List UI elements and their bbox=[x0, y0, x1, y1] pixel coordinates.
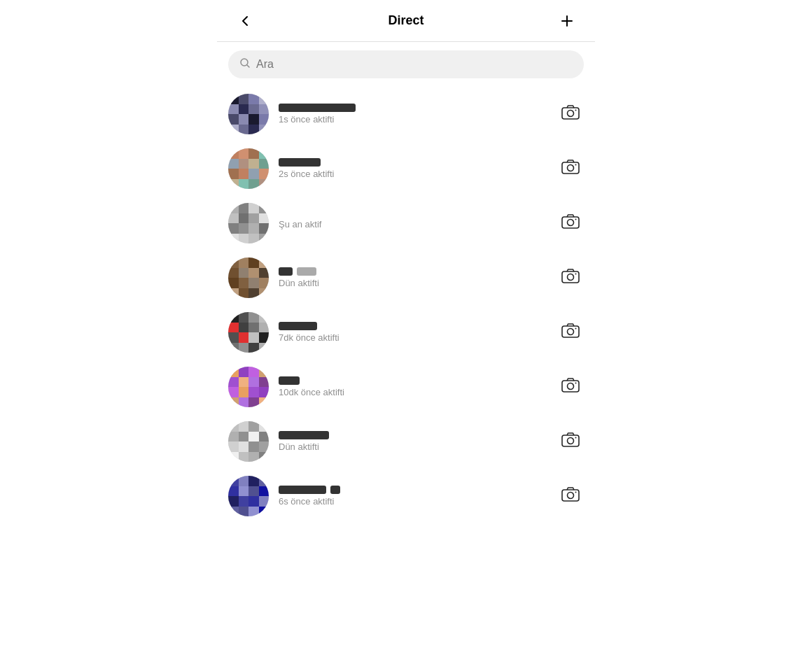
svg-point-23 bbox=[568, 493, 574, 499]
svg-point-6 bbox=[575, 164, 577, 166]
username-row bbox=[279, 104, 547, 112]
avatar bbox=[228, 257, 269, 298]
conversation-info: 6s önce aktifti bbox=[279, 486, 547, 507]
conversation-info: Şu an aktif bbox=[279, 217, 547, 229]
list-item[interactable]: 6s önce aktifti bbox=[217, 469, 595, 523]
camera-button[interactable] bbox=[557, 317, 584, 348]
status-text: 2s önce aktifti bbox=[279, 169, 547, 179]
search-icon bbox=[239, 57, 251, 71]
camera-button[interactable] bbox=[557, 481, 584, 511]
svg-rect-22 bbox=[562, 490, 579, 501]
username-blurred bbox=[279, 158, 321, 167]
svg-point-21 bbox=[575, 437, 577, 439]
header: Direct bbox=[217, 0, 595, 42]
svg-point-12 bbox=[575, 274, 577, 275]
avatar bbox=[228, 367, 269, 407]
conversation-info: 7dk önce aktifti bbox=[279, 322, 547, 343]
username-row bbox=[279, 322, 547, 330]
list-item[interactable]: Dün aktifti bbox=[217, 250, 595, 305]
svg-rect-13 bbox=[562, 326, 579, 337]
svg-point-5 bbox=[568, 165, 574, 171]
conversation-info: 10dk önce aktifti bbox=[279, 376, 547, 397]
username-blurred bbox=[279, 104, 356, 112]
svg-rect-10 bbox=[562, 271, 579, 283]
conversation-info: Dün aktifti bbox=[279, 267, 547, 288]
camera-button[interactable] bbox=[557, 372, 584, 402]
svg-rect-7 bbox=[562, 217, 579, 228]
username-blurred bbox=[279, 322, 317, 330]
username-row bbox=[279, 376, 547, 385]
list-item[interactable]: 10dk önce aktifti bbox=[217, 360, 595, 414]
list-item[interactable]: 2s önce aktifti bbox=[217, 141, 595, 196]
username-blurred bbox=[279, 486, 326, 494]
svg-point-8 bbox=[568, 220, 574, 226]
svg-point-15 bbox=[575, 328, 577, 330]
camera-button[interactable] bbox=[557, 99, 584, 129]
svg-point-11 bbox=[568, 274, 574, 281]
search-bar bbox=[228, 50, 584, 78]
avatar bbox=[228, 94, 269, 134]
svg-point-3 bbox=[575, 110, 577, 111]
username-row bbox=[279, 267, 547, 276]
search-input[interactable] bbox=[256, 58, 573, 71]
camera-button[interactable] bbox=[557, 208, 584, 239]
svg-rect-1 bbox=[562, 108, 579, 119]
avatar bbox=[228, 148, 269, 189]
camera-button[interactable] bbox=[557, 426, 584, 457]
avatar bbox=[228, 203, 269, 243]
svg-point-18 bbox=[575, 383, 577, 384]
username-row bbox=[279, 431, 547, 439]
conversation-info: Dün aktifti bbox=[279, 431, 547, 452]
list-item[interactable]: 1s önce aktifti bbox=[217, 87, 595, 141]
camera-button[interactable] bbox=[557, 262, 584, 293]
new-message-button[interactable] bbox=[553, 10, 581, 31]
status-text: 1s önce aktifti bbox=[279, 114, 547, 125]
svg-point-20 bbox=[568, 438, 574, 444]
status-text: 7dk önce aktifti bbox=[279, 332, 547, 343]
username-blurred bbox=[279, 431, 329, 439]
svg-point-17 bbox=[568, 383, 574, 390]
page-title: Direct bbox=[259, 13, 553, 28]
username-blurred bbox=[279, 376, 300, 385]
list-item[interactable]: Dün aktifti bbox=[217, 414, 595, 469]
username-blurred-2 bbox=[330, 486, 340, 494]
list-item[interactable]: 7dk önce aktifti bbox=[217, 305, 595, 360]
avatar bbox=[228, 421, 269, 462]
svg-rect-19 bbox=[562, 435, 579, 446]
username-row bbox=[279, 158, 547, 167]
status-text: 10dk önce aktifti bbox=[279, 387, 547, 397]
avatar bbox=[228, 312, 269, 353]
status-text: Dün aktifti bbox=[279, 278, 547, 288]
list-item[interactable]: Şu an aktif bbox=[217, 196, 595, 250]
status-text: Şu an aktif bbox=[279, 219, 547, 229]
back-button[interactable] bbox=[231, 11, 259, 31]
camera-button[interactable] bbox=[557, 153, 584, 184]
svg-rect-16 bbox=[562, 381, 579, 392]
svg-point-9 bbox=[575, 219, 577, 220]
username-blurred-2 bbox=[297, 267, 316, 276]
svg-point-24 bbox=[575, 492, 577, 493]
status-text: Dün aktifti bbox=[279, 441, 547, 452]
search-container bbox=[217, 42, 595, 87]
svg-rect-4 bbox=[562, 162, 579, 174]
svg-point-2 bbox=[568, 111, 574, 117]
conversation-info: 1s önce aktifti bbox=[279, 104, 547, 125]
svg-point-14 bbox=[568, 329, 574, 335]
username-row bbox=[279, 486, 547, 494]
conversation-list: 1s önce aktifti bbox=[217, 87, 595, 523]
status-text: 6s önce aktifti bbox=[279, 496, 547, 507]
app-container: Direct bbox=[217, 0, 595, 657]
avatar bbox=[228, 476, 269, 516]
conversation-info: 2s önce aktifti bbox=[279, 158, 547, 179]
username-blurred bbox=[279, 267, 293, 276]
